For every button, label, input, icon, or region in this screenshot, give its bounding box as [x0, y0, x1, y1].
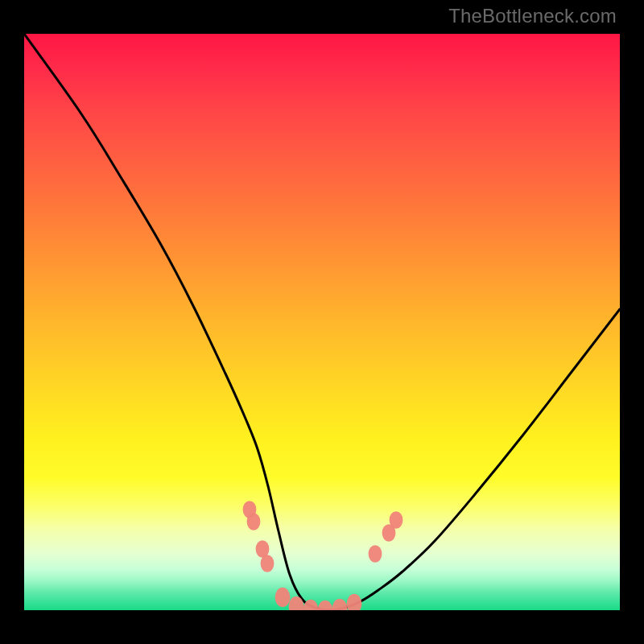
- bottleneck-curve-path: [24, 34, 620, 610]
- curve-marker: [347, 594, 362, 610]
- curve-marker: [275, 588, 291, 607]
- curve-marker: [369, 545, 382, 563]
- bottleneck-curve: [24, 34, 620, 610]
- curve-layer: [24, 34, 620, 610]
- chart-frame: TheBottleneck.com: [0, 0, 644, 644]
- curve-marker: [318, 601, 333, 610]
- watermark-text: TheBottleneck.com: [448, 5, 617, 27]
- plot-area: [24, 34, 620, 610]
- curve-markers: [243, 501, 403, 610]
- curve-marker: [332, 599, 348, 610]
- curve-marker: [247, 513, 261, 530]
- curve-marker: [390, 511, 403, 529]
- curve-marker: [261, 555, 275, 572]
